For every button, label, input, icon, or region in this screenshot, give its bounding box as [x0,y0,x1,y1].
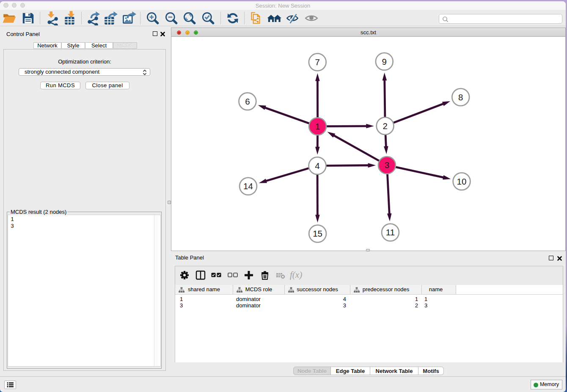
svg-text:14: 14 [243,181,253,191]
svg-text:8: 8 [458,92,463,102]
svg-text:2: 2 [383,121,387,131]
svg-text:3: 3 [385,160,389,170]
svg-text:6: 6 [245,97,250,106]
svg-text:10: 10 [457,177,467,186]
svg-text:1: 1 [315,121,320,131]
svg-text:4: 4 [315,161,319,171]
svg-text:15: 15 [313,229,322,238]
svg-text:9: 9 [382,57,387,66]
svg-text:7: 7 [315,57,320,67]
svg-text:11: 11 [386,227,395,237]
